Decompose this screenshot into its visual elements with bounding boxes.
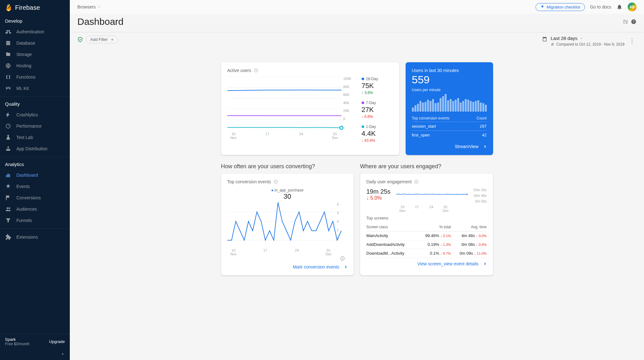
functions-icon [5,74,11,80]
sidebar-item-storage[interactable]: Storage [0,49,70,60]
sidebar-item-app-distribution[interactable]: App Distribution [0,143,70,154]
section-heading-engagement: Where are your users engaged? [360,163,493,170]
sidebar-item-label: Dashboard [16,173,38,178]
svg-text:?: ? [255,69,257,71]
sidebar-item-dashboard[interactable]: Dashboard [0,169,70,181]
sidebar-item-label: ML Kit [16,86,29,91]
filter-bar: Add Filter Last 28 days Compared to Oct … [70,32,644,50]
help-icon[interactable]: ? [254,68,258,73]
help-icon[interactable]: ? [414,180,419,184]
caret-down-icon [580,37,583,40]
sidebar-item-crashlytics[interactable]: Crashlytics [0,109,70,120]
svg-rect-3 [8,174,8,177]
table-row: session_start297 [412,122,487,130]
overflow-menu-button[interactable]: ⋮ [628,36,636,46]
compare-icon [551,42,554,46]
sidebar-item-authentication[interactable]: Authentication [0,26,70,37]
svg-text:?: ? [416,180,417,183]
bell-icon [616,4,623,10]
sidebar-item-label: Database [16,41,35,46]
sidebar-item-label: Functions [16,75,36,80]
date-range-label: Last 28 days [551,36,577,41]
sidebar-item-label: App Distribution [16,146,47,151]
dashboard-icon [5,172,11,178]
sliders-icon [623,19,628,25]
legend-item: 7-Day27K↓ 0.6% [362,101,393,119]
svg-point-6 [9,208,10,209]
svg-rect-27 [342,258,342,259]
firebase-flame-icon [5,3,12,12]
top-screens-title: Top screens [366,216,487,220]
card-title: Top conversion events [227,179,271,184]
sidebar-item-label: Crashlytics [16,112,38,117]
migration-checklist-button[interactable]: Migration checklist [536,3,585,11]
mark-conversion-link[interactable]: Mark conversion events [227,264,348,270]
plus-icon [110,38,114,42]
sidebar-item-hosting[interactable]: Hosting [0,60,70,71]
collapse-sidebar-button[interactable] [0,349,70,360]
sidebar-item-label: Conversions [16,195,41,200]
gauge-icon [5,123,11,129]
brand-name: Firebase [15,4,40,11]
avatar[interactable]: AB [628,3,636,11]
sidebar-item-funnels[interactable]: Funnels [0,215,70,226]
crash-icon [5,112,11,118]
table-row: first_open42 [412,130,487,139]
info-icon[interactable] [340,256,345,261]
migration-label: Migration checklist [547,5,580,9]
page-title: Dashboard [77,16,124,27]
ml-icon [5,85,11,91]
people-icon [5,29,11,35]
engagement-delta: ↓ 5.0% [366,195,391,201]
sidebar-item-events[interactable]: Events [0,181,70,192]
sidebar-item-functions[interactable]: Functions [0,71,70,83]
conversion-legend: ● in_app_purchase 30 [227,188,348,201]
sidebar-item-extensions[interactable]: Extensions [0,231,70,243]
events-icon [5,183,11,190]
sidebar-item-label: Storage [16,52,32,57]
flag-icon [5,195,11,201]
go-to-docs-link[interactable]: Go to docs [590,4,611,9]
database-icon [5,40,11,46]
streamview-link[interactable]: StreamView [412,144,487,149]
sidebar-item-performance[interactable]: Performance [0,120,70,132]
view-screen-details-link[interactable]: View screen_view event details [366,261,487,267]
sidebar-item-ml-kit[interactable]: ML Kit [0,83,70,94]
table-row: DownloadM...Activity0.1% ↓ 8.7%0m 09s ↓ … [366,249,487,258]
sidebar-item-label: Test Lab [16,135,33,140]
globe-icon [5,63,11,69]
sidebar-section-title: Quality [0,98,70,108]
help-icon[interactable]: ? [274,180,278,184]
upgrade-button[interactable]: Upgrade [49,339,65,344]
top-screens-table: Screen class% totalAvg. time MainActivit… [366,223,487,258]
project-name: Browsers [77,4,96,9]
sidebar-section-title: Develop [0,15,70,25]
shield-check-icon [77,37,83,42]
active-users-chart: 100K80K60K40K20K0 10Nov172401Dec [227,77,354,143]
firebase-logo[interactable]: Firebase [0,0,70,15]
add-filter-button[interactable]: Add Filter [86,36,118,43]
lab-icon [5,134,11,141]
main: Browsers Migration checklist Go to docs … [70,0,644,360]
settings-toggle-button[interactable] [623,19,628,25]
legend-item: 28-Day75K↑ 3.6% [362,77,393,95]
svg-text:?: ? [633,20,635,24]
card-title: Daily user engagement [366,179,412,184]
section-heading-conversions: How often are your users converting? [221,163,354,170]
sidebar-item-database[interactable]: Database [0,37,70,49]
arrow-right-icon [481,144,487,149]
sidebar-item-audiences[interactable]: Audiences [0,203,70,215]
sidebar-item-conversions[interactable]: Conversions [0,192,70,203]
legend-item: 1-Day4.4K↓ 43.4% [362,125,393,143]
add-filter-label: Add Filter [90,37,108,42]
realtime-card: Users in last 30 minutes 559 Users per m… [406,62,493,155]
project-selector[interactable]: Browsers [77,4,101,9]
svg-point-26 [342,258,343,258]
sidebar-item-test-lab[interactable]: Test Lab [0,132,70,143]
sidebar: Firebase DevelopAuthenticationDatabaseSt… [0,0,70,360]
notifications-button[interactable] [616,4,623,10]
folder-icon [5,51,11,58]
date-range-picker[interactable]: Last 28 days [551,36,583,41]
help-button[interactable]: ? [631,19,636,25]
plan-bar: Spark Free $0/month Upgrade [0,334,70,349]
